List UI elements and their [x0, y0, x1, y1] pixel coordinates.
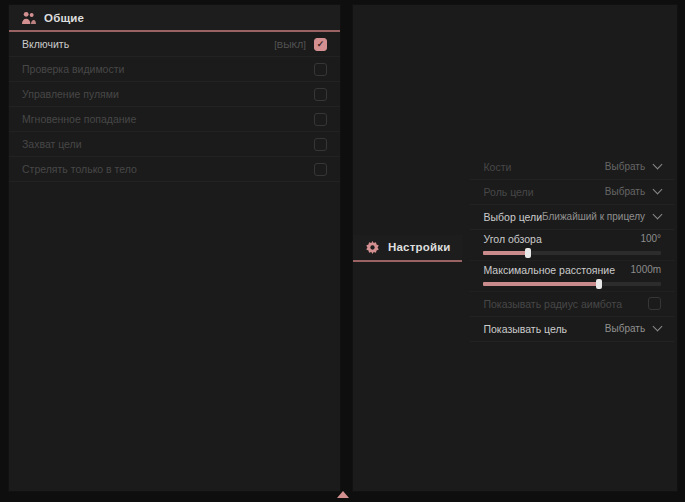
panel-title: Общие: [44, 12, 84, 24]
row-right: Выбрать: [605, 186, 661, 197]
settings-row: Показывать радиус аимбота: [470, 292, 674, 317]
row-value: 100°: [640, 233, 661, 244]
general-panel-header: Общие: [9, 5, 340, 32]
settings-panel-header: Настройки: [353, 235, 462, 262]
dropdown[interactable]: Выбрать: [605, 161, 661, 172]
settings-row: Угол обзора100°: [470, 230, 674, 261]
gear-icon: [365, 240, 380, 255]
slider-fill: [483, 251, 527, 255]
row-label: Включить: [22, 38, 69, 50]
settings-row: Максимальное расстояние1000m: [470, 261, 674, 292]
row-label: Показывать цель: [483, 323, 567, 335]
settings-row: КостиВыбрать: [470, 155, 674, 180]
chevron-down-icon: [653, 160, 663, 170]
slider-track[interactable]: [483, 251, 661, 255]
panel-title: Настройки: [388, 241, 450, 253]
scroll-up-indicator[interactable]: [337, 491, 349, 498]
general-rows: Включить[ВЫКЛ]✓Проверка видимостиУправле…: [9, 32, 340, 182]
row-label: Кости: [483, 161, 511, 173]
checkbox[interactable]: [314, 63, 327, 76]
settings-row: Захват цели: [9, 132, 340, 157]
row-right: [314, 63, 327, 76]
row-right: [314, 163, 327, 176]
general-panel: Общие Включить[ВЫКЛ]✓Проверка видимостиУ…: [8, 4, 341, 492]
slider-track[interactable]: [483, 282, 661, 286]
settings-panel: Настройки КостиВыбратьРоль целиВыбратьВы…: [352, 4, 678, 492]
row-label: Угол обзора: [483, 233, 541, 245]
row-right: [314, 88, 327, 101]
slider-handle[interactable]: [525, 248, 531, 258]
checkbox[interactable]: [314, 88, 327, 101]
checkbox[interactable]: [314, 113, 327, 126]
chevron-down-icon: [653, 185, 663, 195]
slider-row-top: Максимальное расстояние1000m: [483, 264, 661, 276]
row-label: Управление пулями: [22, 88, 119, 100]
settings-row: Мгновенное попадание: [9, 107, 340, 132]
row-label: Мгновенное попадание: [22, 113, 136, 125]
row-right: Выбрать: [605, 161, 661, 172]
settings-row: Показывать цельВыбрать: [470, 317, 674, 342]
slider-handle[interactable]: [596, 279, 602, 289]
chevron-down-icon: [653, 322, 663, 332]
row-label: Выбор цели: [483, 211, 542, 223]
row-label: Стрелять только в тело: [22, 163, 137, 175]
row-label: Проверка видимости: [22, 63, 124, 75]
row-value: [ВЫКЛ]: [274, 39, 306, 50]
people-icon: [21, 11, 36, 25]
row-label: Показывать радиус аимбота: [483, 298, 622, 310]
row-right: [648, 297, 661, 310]
settings-row: Стрелять только в тело: [9, 157, 340, 182]
row-right: [ВЫКЛ]✓: [274, 38, 327, 51]
row-label: Роль цели: [483, 186, 533, 198]
chevron-down-icon: [653, 210, 663, 220]
dropdown-value: Выбрать: [605, 161, 645, 172]
row-label: Захват цели: [22, 138, 82, 150]
dropdown[interactable]: Выбрать: [605, 186, 661, 197]
settings-row: Проверка видимости: [9, 57, 340, 82]
checkbox[interactable]: [648, 297, 661, 310]
row-right: Выбрать: [605, 323, 661, 334]
row-right: [314, 113, 327, 126]
dropdown-value: Выбрать: [605, 186, 645, 197]
dropdown-value: Выбрать: [605, 323, 645, 334]
dropdown[interactable]: Ближайший к прицелу: [542, 211, 661, 222]
dropdown-value: Ближайший к прицелу: [542, 211, 645, 222]
settings-row: Выбор целиБлижайший к прицелу: [470, 205, 674, 230]
settings-row: Роль целиВыбрать: [470, 180, 674, 205]
checkbox[interactable]: [314, 163, 327, 176]
row-label: Максимальное расстояние: [483, 264, 614, 276]
slider-row-top: Угол обзора100°: [483, 233, 661, 245]
dropdown[interactable]: Выбрать: [605, 323, 661, 334]
checkbox[interactable]: [314, 138, 327, 151]
settings-row: Управление пулями: [9, 82, 340, 107]
row-value: 1000m: [631, 264, 662, 275]
cheat-menu-screen: Общие Включить[ВЫКЛ]✓Проверка видимостиУ…: [0, 0, 685, 502]
row-right: Ближайший к прицелу: [542, 211, 661, 222]
row-right: [314, 138, 327, 151]
settings-row: Включить[ВЫКЛ]✓: [9, 32, 340, 57]
slider-fill: [483, 282, 598, 286]
checkbox[interactable]: ✓: [314, 38, 327, 51]
settings-rows: КостиВыбратьРоль целиВыбратьВыбор целиБл…: [470, 155, 674, 342]
